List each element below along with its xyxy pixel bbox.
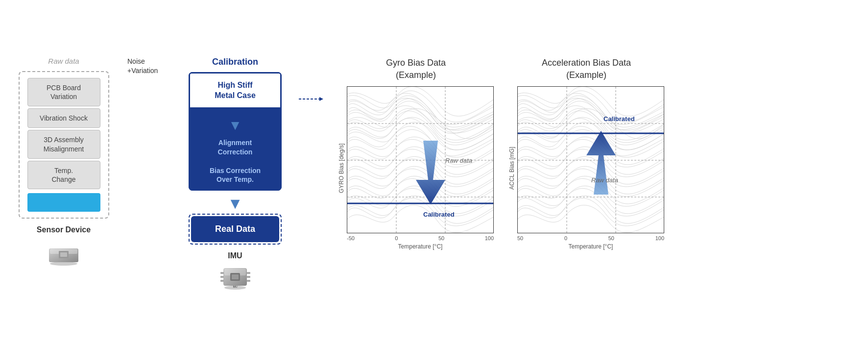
gyro-chart-area: Raw data Calibrated	[347, 86, 494, 233]
calibration-title: Calibration	[212, 57, 258, 67]
sensor-chip-svg	[47, 241, 81, 266]
svg-point-0	[50, 262, 77, 266]
raw-item-temp: Temp.Change	[27, 161, 100, 189]
accl-x-ticks: 50 0 50 100	[517, 235, 664, 241]
arrow-down-container: ▼	[193, 116, 277, 135]
raw-data-section: Raw data PCB BoardVariation Vibration Sh…	[15, 57, 113, 268]
svg-text:Calibrated: Calibrated	[603, 115, 635, 123]
gyro-squiggly-svg: Raw data Calibrated	[347, 87, 493, 233]
svg-text:Raw data: Raw data	[591, 176, 618, 184]
svg-rect-4	[60, 252, 67, 257]
raw-item-3d: 3D AssemblyMisalignment	[27, 130, 100, 158]
gyro-y-label: GYRO Bias [deg/s]	[338, 86, 345, 250]
real-data-button: Real Data	[191, 216, 279, 242]
svg-text:Raw data: Raw data	[445, 157, 472, 164]
dashed-arrow-section	[299, 57, 323, 102]
accl-chart-area: Calibrated Raw data	[517, 86, 664, 233]
svg-marker-25	[416, 141, 445, 204]
accl-y-label: ACCL Bias [mG]	[508, 86, 515, 250]
raw-item-pcb: PCB BoardVariation	[27, 78, 100, 106]
calib-to-realdata-arrow: ▼	[227, 195, 243, 213]
accl-x-tick-3: 50	[608, 235, 614, 241]
svg-rect-12	[247, 276, 250, 278]
calibration-box: High StiffMetal Case ▼ AlignmentCorrecti…	[189, 72, 282, 191]
gyro-x-tick-2: 0	[395, 235, 398, 241]
gyro-chart-title: Gyro Bias Data(Example)	[386, 57, 446, 81]
accl-x-tick-4: 100	[655, 235, 664, 241]
gyro-x-label: Temperature [°C]	[347, 243, 494, 250]
noise-label: Noise+Variation	[127, 57, 171, 76]
imu-chip-image: IMU	[219, 263, 251, 290]
raw-item-vibration: Vibration Shock	[27, 108, 100, 128]
svg-rect-11	[247, 272, 250, 274]
accl-chart-container: Acceleration Bias Data(Example) ACCL Bia…	[508, 57, 664, 250]
accl-x-label: Temperature [°C]	[517, 243, 664, 250]
svg-text:IMU: IMU	[233, 285, 238, 288]
dashed-arrow-svg	[299, 96, 323, 102]
svg-rect-8	[220, 272, 224, 274]
raw-data-title: Raw data	[48, 57, 79, 65]
high-stiff-metal-case: High StiffMetal Case	[189, 72, 282, 109]
sensor-device-label: Sensor Device	[37, 225, 91, 234]
svg-rect-10	[220, 280, 224, 282]
alignment-correction: AlignmentCorrection	[193, 138, 277, 156]
raw-data-box: PCB BoardVariation Vibration Shock 3D As…	[19, 71, 109, 219]
svg-marker-34	[586, 131, 616, 195]
real-data-dashed-box: Real Data	[189, 214, 282, 245]
accl-squiggly-svg: Calibrated Raw data	[518, 87, 664, 233]
gyro-x-ticks: -50 0 50 100	[347, 235, 494, 241]
charts-section: Gyro Bias Data(Example) GYRO Bias [deg/s…	[338, 57, 664, 250]
main-container: Raw data PCB BoardVariation Vibration Sh…	[15, 57, 853, 290]
calibration-section: Calibration High StiffMetal Case ▼ Align…	[186, 57, 284, 290]
blue-bar	[27, 193, 100, 212]
arrow-down-icon: ▼	[228, 118, 242, 133]
bias-correction: Bias CorrectionOver Temp.	[193, 166, 277, 184]
accl-chart-wrapper: ACCL Bias [mG]	[508, 86, 664, 250]
gyro-x-tick-3: 50	[438, 235, 444, 241]
svg-marker-18	[319, 97, 323, 101]
accl-chart-title: Acceleration Bias Data(Example)	[542, 57, 631, 81]
accl-x-tick-1: 50	[517, 235, 523, 241]
gyro-chart-container: Gyro Bias Data(Example) GYRO Bias [deg/s…	[338, 57, 494, 250]
imu-label: IMU	[228, 251, 242, 260]
gyro-x-tick-1: -50	[347, 235, 355, 241]
svg-rect-15	[232, 274, 239, 279]
svg-rect-13	[247, 280, 250, 282]
sensor-chip-image	[47, 241, 81, 268]
calib-items-bottom: ▼ AlignmentCorrection Bias CorrectionOve…	[189, 109, 282, 191]
gyro-x-tick-4: 100	[485, 235, 494, 241]
gyro-chart-wrapper: GYRO Bias [deg/s]	[338, 86, 494, 250]
svg-text:Calibrated: Calibrated	[423, 211, 455, 218]
svg-rect-9	[220, 276, 224, 278]
imu-chip-svg: IMU	[219, 263, 251, 290]
accl-x-tick-2: 0	[564, 235, 567, 241]
noise-section: Noise+Variation	[127, 57, 171, 140]
